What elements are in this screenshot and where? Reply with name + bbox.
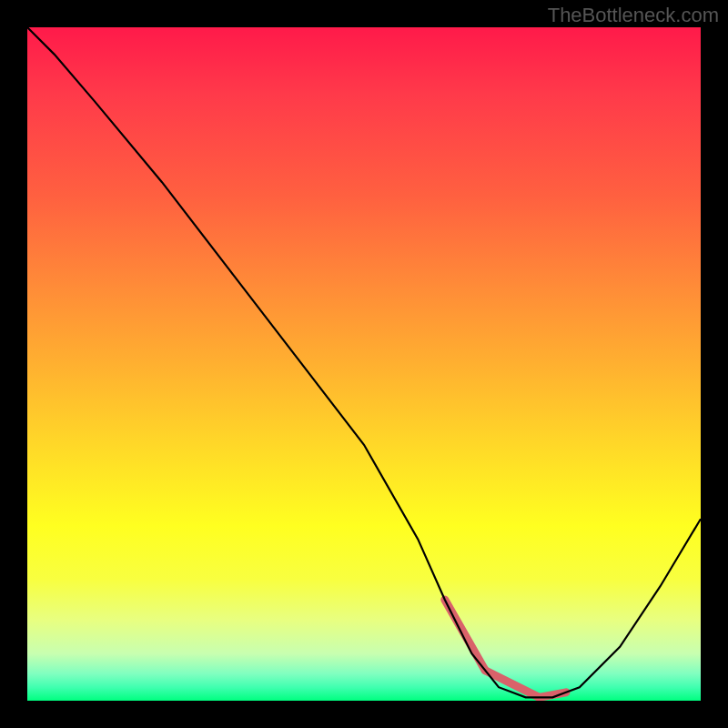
bottleneck-curve [27,27,701,697]
watermark-text: TheBottleneck.com [548,4,719,27]
curve-layer [27,27,701,701]
plot-area [27,27,701,701]
